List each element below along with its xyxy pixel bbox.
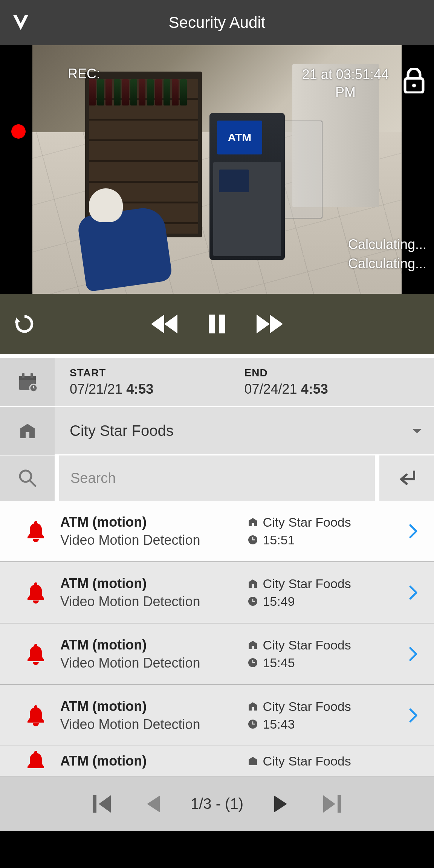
store-small-icon [248, 517, 258, 527]
playback-controls [0, 294, 434, 354]
event-site: City Star Foods [263, 754, 351, 769]
app-logo-icon [11, 13, 30, 32]
pause-icon[interactable] [206, 313, 228, 335]
fast-forward-icon[interactable] [255, 313, 285, 335]
video-player[interactable]: ATM REC: 21 at 03:51:44 PM Calculating..… [0, 45, 434, 294]
clock-icon [248, 596, 258, 607]
rewind-icon[interactable] [149, 313, 179, 335]
enter-icon [397, 469, 416, 487]
page-last-icon[interactable] [319, 791, 345, 817]
bell-icon [25, 520, 46, 543]
replay-icon[interactable] [13, 313, 36, 335]
event-row[interactable]: ATM (motion) Video Motion Detection City… [0, 685, 434, 746]
calculation-status: Calculating... Calculating... [348, 235, 426, 273]
event-site: City Star Foods [263, 638, 351, 653]
event-title: ATM (motion) [60, 753, 248, 769]
svg-rect-6 [22, 373, 24, 378]
event-row[interactable]: ATM (motion) Video Motion Detection City… [0, 562, 434, 623]
atm-label: ATM [217, 121, 262, 154]
event-site: City Star Foods [263, 699, 351, 714]
store-small-icon [248, 701, 258, 712]
clock-icon [248, 535, 258, 545]
search-input[interactable] [59, 455, 375, 501]
search-row [0, 455, 434, 501]
record-indicator-icon [11, 124, 26, 139]
store-small-icon [248, 640, 258, 650]
page-indicator: 1/3 - (1) [191, 795, 243, 812]
event-subtitle: Video Motion Detection [60, 594, 248, 610]
rec-label: REC: [68, 66, 100, 82]
start-value: 07/21/21 4:53 [70, 381, 245, 397]
event-title: ATM (motion) [60, 576, 248, 591]
bell-icon [25, 581, 46, 604]
event-time: 15:45 [263, 656, 295, 670]
svg-rect-14 [252, 584, 254, 588]
app-header: Security Audit [0, 0, 434, 45]
svg-rect-20 [93, 795, 96, 813]
svg-rect-21 [338, 795, 341, 813]
event-time: 15:43 [263, 717, 295, 732]
page-title: Security Audit [169, 14, 266, 32]
event-row[interactable]: ATM (motion) Video Motion Detection City… [0, 623, 434, 685]
page-next-icon[interactable] [270, 793, 292, 815]
svg-rect-2 [209, 315, 215, 333]
svg-rect-12 [252, 523, 254, 526]
start-label: START [70, 367, 245, 379]
end-label: END [245, 367, 419, 379]
chevron-right-icon [409, 585, 418, 600]
svg-line-11 [30, 481, 35, 486]
search-submit-button[interactable] [379, 455, 434, 501]
event-title: ATM (motion) [60, 637, 248, 653]
store-small-icon [248, 578, 258, 589]
clock-icon [248, 719, 258, 729]
svg-rect-7 [31, 373, 33, 378]
clock-icon [248, 657, 258, 668]
event-site: City Star Foods [263, 515, 351, 530]
end-value: 07/24/21 4:53 [245, 381, 419, 397]
video-timestamp: 21 at 03:51:44 PM [302, 66, 389, 101]
event-title: ATM (motion) [60, 514, 248, 530]
search-icon [17, 468, 38, 488]
filters-panel: START 07/21/21 4:53 END 07/24/21 4:53 Ci… [0, 354, 434, 501]
calendar-icon [17, 371, 38, 393]
event-list: ATM (motion) Video Motion Detection City… [0, 501, 434, 776]
page-first-icon[interactable] [89, 791, 115, 817]
event-subtitle: Video Motion Detection [60, 532, 248, 548]
chevron-right-icon [409, 524, 418, 539]
svg-rect-5 [19, 376, 36, 380]
bell-icon [25, 704, 46, 727]
bell-icon [25, 749, 46, 773]
page-prev-icon[interactable] [142, 793, 164, 815]
event-site: City Star Foods [263, 576, 351, 591]
svg-rect-16 [252, 646, 254, 649]
chevron-right-icon [409, 708, 418, 723]
event-title: ATM (motion) [60, 698, 248, 714]
pagination-bar: 1/3 - (1) [0, 776, 434, 831]
site-selector[interactable]: City Star Foods [0, 407, 434, 455]
chevron-down-icon [411, 427, 423, 435]
svg-rect-3 [219, 315, 225, 333]
svg-rect-18 [252, 707, 254, 711]
event-subtitle: Video Motion Detection [60, 655, 248, 671]
event-row[interactable]: ATM (motion) Video Motion Detection City… [0, 501, 434, 562]
event-subtitle: Video Motion Detection [60, 717, 248, 732]
date-range-filter[interactable]: START 07/21/21 4:53 END 07/24/21 4:53 [0, 358, 434, 407]
store-icon [18, 422, 37, 440]
event-row[interactable]: ATM (motion) City Star Foods [0, 746, 434, 776]
event-time: 15:49 [263, 594, 295, 609]
svg-rect-9 [26, 432, 29, 438]
event-time: 15:51 [263, 533, 295, 547]
lock-icon[interactable] [403, 68, 425, 93]
bell-icon [25, 642, 46, 666]
chevron-right-icon [409, 646, 418, 662]
store-small-icon [248, 756, 258, 766]
site-name: City Star Foods [70, 422, 174, 439]
svg-point-1 [412, 84, 416, 87]
